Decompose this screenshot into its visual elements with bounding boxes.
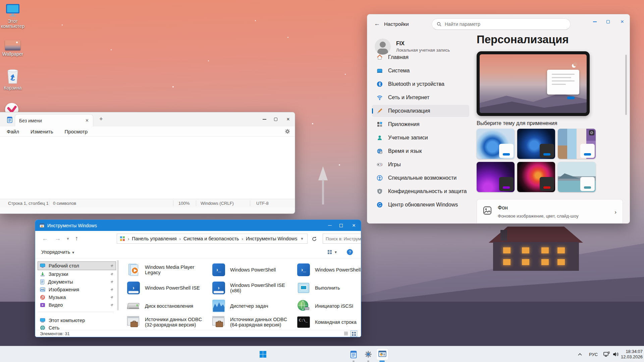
house-window <box>557 259 565 265</box>
tool-label: Windows PowerShell ISE (x86) <box>230 283 296 293</box>
gear-icon[interactable] <box>285 129 290 134</box>
theme-tile-dark-bloom[interactable] <box>517 129 555 159</box>
details-view-icon[interactable] <box>344 331 348 336</box>
minimize-button[interactable] <box>324 220 335 231</box>
settings-scrollbar[interactable] <box>625 55 627 115</box>
tray-clock[interactable]: 18:34:07 12.03.2026 <box>621 346 643 362</box>
menu-edit[interactable]: Изменить <box>31 129 53 134</box>
tool-item-wmp[interactable]: Windows Media Player Legacy <box>126 263 210 277</box>
tool-item-powershell-x86[interactable]: ›_ Windows PowerShell (x86) <box>297 263 361 277</box>
sidebar-item-this-pc[interactable]: Этот компьютер <box>38 316 116 324</box>
recent-locations-icon[interactable]: ▼ <box>66 237 70 241</box>
menu-file[interactable]: Файл <box>7 129 19 134</box>
taskbar-windows-tools-active[interactable] <box>376 348 388 360</box>
tray-chevron[interactable] <box>578 346 582 362</box>
desktop-icon-this-pc[interactable]: Этоткомпьютер <box>0 3 27 29</box>
house-window <box>541 247 549 253</box>
nav-network[interactable]: Сеть и Интернет <box>372 92 469 104</box>
desktop-icon-recycle-bin[interactable]: Корзина <box>0 69 27 90</box>
tray-network[interactable] <box>603 346 610 362</box>
this-pc-icon <box>5 3 20 17</box>
nav-time-language[interactable]: Время и язык <box>372 145 469 157</box>
sidebar-scrollbar[interactable] <box>117 260 119 310</box>
theme-tile-flower[interactable] <box>517 162 555 192</box>
organize-button[interactable]: Упорядочить ▼ <box>41 249 75 255</box>
tool-item-cmd[interactable]: C:\_ Командная строка <box>297 315 361 329</box>
tool-item-run[interactable]: Выполнить <box>297 281 361 295</box>
explorer-search-input[interactable] <box>323 236 361 241</box>
windows-tools-icon <box>39 223 45 228</box>
sidebar-item-videos[interactable]: Видео <box>38 301 116 309</box>
menu-view[interactable]: Просмотр <box>65 129 88 134</box>
theme-tile-lake[interactable] <box>558 162 596 192</box>
forward-icon[interactable]: → <box>55 235 61 242</box>
nav-personalization[interactable]: Персонализация <box>372 105 469 117</box>
tool-item-powershell-ise[interactable]: › Windows PowerShell ISE <box>126 281 210 295</box>
taskbar-notepad[interactable] <box>347 348 360 360</box>
taskbar-settings[interactable] <box>362 348 374 360</box>
start-button[interactable] <box>257 348 269 360</box>
nav-apps[interactable]: Приложения <box>372 118 469 130</box>
notepad-text-area[interactable] <box>0 136 295 199</box>
sidebar-item-documents[interactable]: Документы <box>38 278 116 286</box>
new-tab-button[interactable]: + <box>99 116 103 123</box>
nav-privacy[interactable]: Конфиденциальность и защита <box>372 185 469 197</box>
tray-language[interactable]: РУС <box>589 346 598 362</box>
nav-system[interactable]: Система <box>372 65 469 77</box>
tool-item-powershell[interactable]: ›_ Windows PowerShell <box>212 263 296 277</box>
maximize-button[interactable] <box>335 220 347 231</box>
tool-item-task-manager[interactable]: Диспетчер задач <box>212 299 296 313</box>
desktop-icon-wallpaper[interactable]: Wallpaper <box>0 40 27 57</box>
close-button[interactable]: × <box>281 112 295 126</box>
notepad-window-controls: × <box>259 112 295 126</box>
view-mode-button[interactable]: ▼ <box>327 250 337 254</box>
sidebar-item-pictures[interactable]: Изображения <box>38 286 116 294</box>
tab-close-icon[interactable]: ✕ <box>85 118 89 123</box>
house-window <box>541 259 549 265</box>
status-encoding[interactable]: UTF-8 <box>256 201 269 206</box>
nav-home[interactable]: Главная <box>372 51 469 63</box>
tool-item-odbc64[interactable]: Источники данных ODBC (64-разрядная верс… <box>212 315 296 329</box>
nav-label: Центр обновления Windows <box>388 202 458 208</box>
status-zoom[interactable]: 100% <box>178 201 190 206</box>
nav-accounts[interactable]: Учетные записи <box>372 132 469 144</box>
nav-windows-update[interactable]: Центр обновления Windows <box>372 199 469 211</box>
nav-bluetooth[interactable]: Bluetooth и устройства <box>372 78 469 90</box>
refresh-icon[interactable] <box>312 236 317 242</box>
nav-accessibility[interactable]: Специальные возможности <box>372 172 469 184</box>
theme-tile-purple-glow[interactable] <box>477 162 515 192</box>
powershell-ise-icon: › <box>212 282 225 294</box>
close-button[interactable]: × <box>347 220 361 231</box>
nav-gaming[interactable]: Игры <box>372 159 469 171</box>
page-title: Персонализация <box>477 33 569 46</box>
address-dropdown-icon[interactable]: ▼ <box>300 237 304 241</box>
minimize-button[interactable] <box>259 112 270 126</box>
theme-tile-light-bloom[interactable] <box>477 129 515 159</box>
up-icon[interactable]: ↑ <box>75 235 78 242</box>
sidebar-item-music[interactable]: Музыка <box>38 293 116 301</box>
notepad-tab[interactable]: Без имени ✕ <box>15 114 93 126</box>
address-bar[interactable]: ›Панель управления ›Система и безопаснос… <box>117 234 308 244</box>
control-panel-icon <box>120 236 125 241</box>
back-icon[interactable]: ← <box>374 20 380 27</box>
tool-item-powershell-ise-x86[interactable]: › Windows PowerShell ISE (x86) <box>212 281 296 295</box>
maximize-button[interactable] <box>270 112 281 126</box>
tool-item-iscsi[interactable]: Инициатор iSCSI <box>297 299 361 313</box>
back-icon[interactable]: ← <box>42 235 48 242</box>
sidebar-item-downloads[interactable]: Загрузки <box>38 270 116 278</box>
background-setting-card[interactable]: Фон Фоновое изображение, цвет, слайд-шоу… <box>477 199 623 224</box>
tray-volume[interactable] <box>612 346 619 362</box>
explorer-search-box[interactable] <box>323 234 361 244</box>
sidebar-item-desktop[interactable]: Рабочий стол <box>38 262 116 270</box>
tool-label: Windows PowerShell (x86) <box>315 267 361 273</box>
tool-item-recovery-drive[interactable]: Диск восстановления <box>126 299 210 313</box>
star <box>208 60 209 61</box>
tool-item-odbc32[interactable]: Источники данных ODBC (32-разрядная верс… <box>126 315 210 329</box>
breadcrumb-control-panel[interactable]: Панель управления <box>132 236 176 241</box>
theme-tile-collage[interactable] <box>558 129 596 159</box>
help-icon[interactable]: ? <box>347 249 353 255</box>
breadcrumb-windows-tools[interactable]: Инструменты Windows <box>246 236 297 241</box>
status-eol[interactable]: Windows (CRLF) <box>201 201 234 206</box>
large-icons-view-icon[interactable] <box>352 331 356 336</box>
breadcrumb-system-security[interactable]: Система и безопасность <box>183 236 239 241</box>
